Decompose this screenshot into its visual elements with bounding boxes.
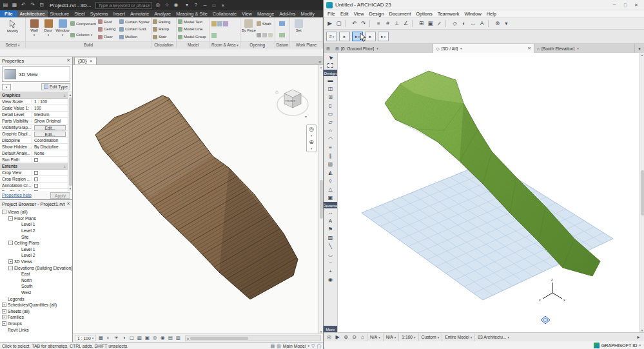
text-tool-icon[interactable]: A xyxy=(324,217,337,225)
show-crop-region-icon[interactable]: ▣ xyxy=(144,335,150,341)
chevron-down-icon[interactable]: ▾ xyxy=(639,343,641,347)
open-icon[interactable]: ▤ xyxy=(2,2,9,9)
scroll-left-icon[interactable]: ◂ xyxy=(186,336,189,341)
ribbon-tab[interactable]: Architecture xyxy=(17,10,48,17)
apply-button[interactable]: Apply xyxy=(50,192,70,199)
tree-expander-icon[interactable]: + xyxy=(2,315,6,319)
view-tab-list-icon[interactable]: ≡ xyxy=(318,60,321,65)
spline-tool-icon[interactable]: ~ xyxy=(324,259,337,267)
window-button[interactable]: Window ▾ xyxy=(55,18,70,41)
fill-tool-icon[interactable]: ▨ xyxy=(324,234,337,242)
orbit-icon[interactable]: ◎ xyxy=(325,334,333,341)
roof-tool-icon[interactable]: ⌂ xyxy=(324,126,337,135)
shadows-icon[interactable]: ◑ xyxy=(121,335,127,341)
tree-item[interactable]: + Families xyxy=(0,314,72,321)
steering-wheel-icon[interactable]: ◎ xyxy=(309,126,314,132)
render-icon[interactable]: ◐ xyxy=(460,19,468,28)
crop-view-icon[interactable]: ▧ xyxy=(136,335,142,341)
property-value[interactable]: Show Original xyxy=(32,119,68,123)
area-icon[interactable] xyxy=(211,33,217,38)
reveal-hidden-elements-icon[interactable]: ◉ xyxy=(159,335,166,341)
view-selector-dropdown[interactable]: ▾ xyxy=(2,84,11,90)
menu-item[interactable]: Design xyxy=(367,11,387,17)
stair-tool-icon[interactable]: ≡ xyxy=(324,143,337,152)
wall-tool-icon[interactable]: ▬ xyxy=(324,76,337,85)
tree-expander-icon[interactable]: + xyxy=(2,303,6,307)
minimize-button[interactable]: ─ xyxy=(201,2,208,9)
separator[interactable] xyxy=(412,20,415,27)
room-separator-icon[interactable] xyxy=(217,21,222,26)
tree-item[interactable]: + Sheets (all) xyxy=(0,308,72,315)
graphics-section-header[interactable]: Graphics↕ xyxy=(0,92,68,99)
archicad-3d-viewport[interactable]: z x x xyxy=(338,53,639,332)
zoom-in-icon[interactable]: ⊕ xyxy=(342,334,350,341)
wall-button[interactable]: Wall ▾ xyxy=(27,18,41,41)
dropdown-icon[interactable]: ▾ xyxy=(502,19,511,28)
chevron-down-icon[interactable]: ▾ xyxy=(311,147,313,150)
search-icon[interactable]: ◎ xyxy=(154,2,161,9)
dormer-opening-icon[interactable] xyxy=(268,33,273,37)
filter-icon[interactable]: ▽ xyxy=(311,344,315,348)
dimension-tool-icon[interactable]: ↔ xyxy=(324,208,337,217)
component-button[interactable]: Component▾ xyxy=(70,21,97,26)
tab-ground-floor[interactable]: ⊞ [0. Ground Floor] ▾ ✕ xyxy=(333,44,433,53)
gravity-icon[interactable]: ⊥ xyxy=(393,19,401,28)
separator[interactable] xyxy=(445,20,449,27)
restore-button[interactable]: □ xyxy=(210,2,217,9)
scale-dropdown[interactable]: 1:100 ▾ xyxy=(398,334,418,341)
rendering-dialog-icon[interactable]: ▢ xyxy=(128,335,135,341)
curtain-wall-tool-icon[interactable]: ▥ xyxy=(324,160,337,168)
property-value[interactable]: 1 : 100 xyxy=(32,99,68,104)
slab-tool-icon[interactable]: ▱ xyxy=(324,118,337,126)
separator[interactable] xyxy=(369,20,373,27)
guide-lines-icon[interactable]: ∠ xyxy=(402,19,410,28)
help-icon[interactable]: ? xyxy=(192,2,199,9)
tree-item[interactable]: - Floor Plans xyxy=(0,215,72,222)
tree-item[interactable]: + Schedules/Quantities (all) xyxy=(0,302,72,308)
object-tool-icon[interactable]: ▣ xyxy=(324,194,337,202)
more-group-header[interactable]: More xyxy=(324,326,337,332)
door-button[interactable]: Door ▾ xyxy=(41,18,55,41)
design-group-header[interactable]: Design xyxy=(324,70,337,76)
vertical-opening-icon[interactable] xyxy=(262,33,267,37)
camera-tool-icon[interactable]: ◉ xyxy=(324,275,337,284)
chevron-down-icon[interactable]: ▾ xyxy=(307,344,309,348)
column-tool-icon[interactable]: ▯ xyxy=(324,101,337,110)
grid-icon[interactable] xyxy=(279,33,285,37)
ribbon-tab[interactable]: Collaborate xyxy=(210,10,239,17)
3d-view-icon[interactable]: ◇ xyxy=(451,19,459,28)
tree-item[interactable]: South xyxy=(0,283,72,290)
ribbon-tab[interactable]: Modify xyxy=(298,10,317,17)
room-area-panel-label[interactable]: Room & Area ▾ xyxy=(210,41,240,48)
railing-tool-icon[interactable]: ∥ xyxy=(324,152,337,160)
arc-tool-icon[interactable]: ◡ xyxy=(324,250,337,259)
railing-button[interactable]: Railing xyxy=(153,19,175,24)
ceiling-button[interactable]: Ceiling xyxy=(98,27,119,32)
menu-item[interactable]: Help xyxy=(484,11,499,17)
favorites-icon[interactable]: ☆ xyxy=(163,2,170,9)
scale-button[interactable]: 1 : 100 ▾ xyxy=(75,335,96,341)
tab-3d-all[interactable]: ◇ [3D / All] ▾ ✕ xyxy=(433,44,534,53)
ribbon-tab[interactable]: Insert xyxy=(111,10,128,17)
detail-level-icon[interactable]: ▦ xyxy=(97,335,104,341)
edit-button[interactable]: Edit... xyxy=(34,132,66,137)
previous-view-button[interactable]: ▸ xyxy=(339,32,350,41)
zone-tool-icon[interactable]: ◊ xyxy=(324,177,337,185)
menu-item[interactable]: Document xyxy=(387,11,414,17)
morph-tool-icon[interactable]: ◭ xyxy=(324,168,337,177)
menu-item[interactable]: Edit xyxy=(338,11,351,17)
separator[interactable] xyxy=(488,20,491,27)
document-group-header[interactable]: Docume xyxy=(324,202,337,208)
tree-expander-icon[interactable]: - xyxy=(8,266,13,270)
property-value[interactable]: 100 xyxy=(32,106,68,110)
crop-view-checkbox[interactable] xyxy=(34,171,38,175)
groups-icon[interactable]: ▣ xyxy=(426,19,434,28)
snap-icon[interactable]: ⊞ xyxy=(417,19,425,28)
arrow-tool-icon[interactable]: ▶ xyxy=(324,53,337,61)
redo-icon[interactable]: ↷ xyxy=(359,19,367,28)
tree-item[interactable]: Level 1 xyxy=(0,221,72,228)
worksets-icon[interactable]: ▤ xyxy=(271,344,275,348)
beam-tool-icon[interactable]: ▭ xyxy=(324,110,337,118)
search-input[interactable] xyxy=(95,2,152,9)
close-tab-icon[interactable]: ✕ xyxy=(527,46,531,51)
